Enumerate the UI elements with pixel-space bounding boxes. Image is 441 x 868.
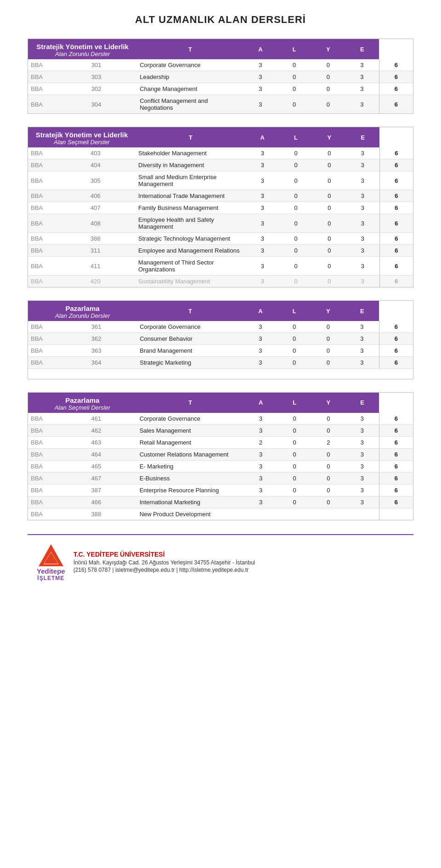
row-code: 404 xyxy=(88,159,136,171)
col-T-1: T xyxy=(137,39,243,59)
row-code: 364 xyxy=(89,357,137,369)
row-name: Leadership xyxy=(137,71,243,83)
row-name: Change Management xyxy=(137,83,243,95)
row-prefix: BBA xyxy=(28,59,89,71)
row-prefix: BBA xyxy=(28,333,89,345)
row-t: 3 xyxy=(244,413,278,425)
col-A-3: A xyxy=(243,301,277,321)
section-4: Pazarlama Alan Seçmeli Dersler T A L Y E… xyxy=(28,392,413,520)
row-y: 3 xyxy=(346,190,379,202)
footer-address: İnönü Mah. Kayışdağı Cad. 26 Ağustos Yer… xyxy=(74,559,255,566)
row-l xyxy=(311,508,345,520)
row-y: 3 xyxy=(345,345,379,357)
row-l: 0 xyxy=(311,413,345,425)
row-l: 2 xyxy=(311,436,345,448)
row-e: 6 xyxy=(379,448,413,460)
col-A-4: A xyxy=(244,393,278,413)
row-t: 3 xyxy=(246,202,279,214)
row-a: 0 xyxy=(279,202,313,214)
table-row: BBA 304 Conflict Management and Negotiat… xyxy=(28,95,413,114)
row-y: 3 xyxy=(345,424,379,436)
row-y: 3 xyxy=(345,496,379,508)
row-prefix: BBA xyxy=(28,472,89,484)
row-a: 0 xyxy=(279,245,313,257)
row-l: 0 xyxy=(313,147,346,159)
row-name: Corporate Governance xyxy=(137,59,243,71)
row-e: 6 xyxy=(379,59,413,71)
row-e: 6 xyxy=(379,83,413,95)
table-row: BBA 361 Corporate Governance 3 0 0 3 6 xyxy=(28,321,413,333)
row-a: 0 xyxy=(279,257,313,276)
row-a: 0 xyxy=(277,59,311,71)
row-a: 0 xyxy=(279,159,313,171)
row-code: 461 xyxy=(89,413,137,425)
row-t: 3 xyxy=(244,424,278,436)
row-a: 0 xyxy=(277,460,311,472)
row-code: 462 xyxy=(89,424,137,436)
col-A-1: A xyxy=(243,39,277,59)
row-a: 0 xyxy=(277,95,311,114)
row-e: 6 xyxy=(379,159,413,171)
col-Y-4: Y xyxy=(311,393,345,413)
row-prefix: BBA xyxy=(28,245,88,257)
col-A-2: A xyxy=(246,127,279,147)
row-a: 0 xyxy=(277,333,311,345)
row-a: 0 xyxy=(279,214,313,233)
row-code: 304 xyxy=(89,95,137,114)
row-code: 303 xyxy=(89,71,137,83)
table-row: BBA 301 Corporate Governance 3 0 0 3 6 xyxy=(28,59,413,71)
row-code: 465 xyxy=(89,460,137,472)
row-name: Corporate Governance xyxy=(137,413,244,425)
row-name: E-Business xyxy=(137,472,244,484)
row-name: Corporate Governance xyxy=(137,321,243,333)
col-E-4: E xyxy=(345,393,379,413)
row-code: 305 xyxy=(88,171,136,190)
row-prefix: BBA xyxy=(28,460,89,472)
table-row: BBA 411 Management of Third Sector Organ… xyxy=(28,257,413,276)
table-row: BBA 420 Sustainability Management 3 0 0 … xyxy=(28,276,413,287)
row-code: 466 xyxy=(89,496,137,508)
row-y: 3 xyxy=(346,171,379,190)
row-t: 3 xyxy=(244,484,278,496)
footer-info: T.C. YEDİTEPE ÜNİVERSİTESİ İnönü Mah. Ka… xyxy=(74,551,255,574)
row-e: 6 xyxy=(379,71,413,83)
row-prefix: BBA xyxy=(28,233,88,245)
row-code: 406 xyxy=(88,190,136,202)
row-l: 0 xyxy=(311,357,345,369)
footer-logo: Yeditepe İŞLETME xyxy=(37,543,65,581)
row-prefix: BBA xyxy=(28,276,88,287)
row-e: 6 xyxy=(379,460,413,472)
table-row: BBA 362 Consumer Behavior 3 0 0 3 6 xyxy=(28,333,413,345)
table-row: BBA 408 Employee Health and Safety Manag… xyxy=(28,214,413,233)
col-Y-1: Y xyxy=(311,39,345,59)
section4-header: Pazarlama Alan Seçmeli Dersler xyxy=(28,393,137,413)
row-name: E- Marketing xyxy=(137,460,244,472)
row-e: 6 xyxy=(379,413,413,425)
row-a: 0 xyxy=(277,345,311,357)
row-y: 3 xyxy=(346,147,379,159)
row-prefix: BBA xyxy=(28,171,88,190)
page-title: ALT UZMANLIK ALAN DERSLERİ xyxy=(28,14,413,26)
row-t: 3 xyxy=(246,276,279,287)
table-row: BBA 406 International Trade Management 3… xyxy=(28,190,413,202)
row-name: Employee and Management Relations xyxy=(136,245,246,257)
row-e xyxy=(379,508,413,520)
row-e: 6 xyxy=(379,345,413,357)
row-e: 6 xyxy=(379,484,413,496)
row-l: 0 xyxy=(311,83,345,95)
row-code: 386 xyxy=(88,233,136,245)
row-code: 411 xyxy=(88,257,136,276)
row-code: 302 xyxy=(89,83,137,95)
row-prefix: BBA xyxy=(28,159,88,171)
row-t: 2 xyxy=(244,436,278,448)
row-a: 0 xyxy=(279,147,313,159)
row-code: 311 xyxy=(88,245,136,257)
row-y: 3 xyxy=(345,436,379,448)
row-name: Customer Relations Management xyxy=(137,448,244,460)
row-a: 0 xyxy=(277,496,311,508)
row-l: 0 xyxy=(311,333,345,345)
row-y: 3 xyxy=(345,333,379,345)
row-l: 0 xyxy=(313,257,346,276)
row-l: 0 xyxy=(311,345,345,357)
row-code: 467 xyxy=(89,472,137,484)
